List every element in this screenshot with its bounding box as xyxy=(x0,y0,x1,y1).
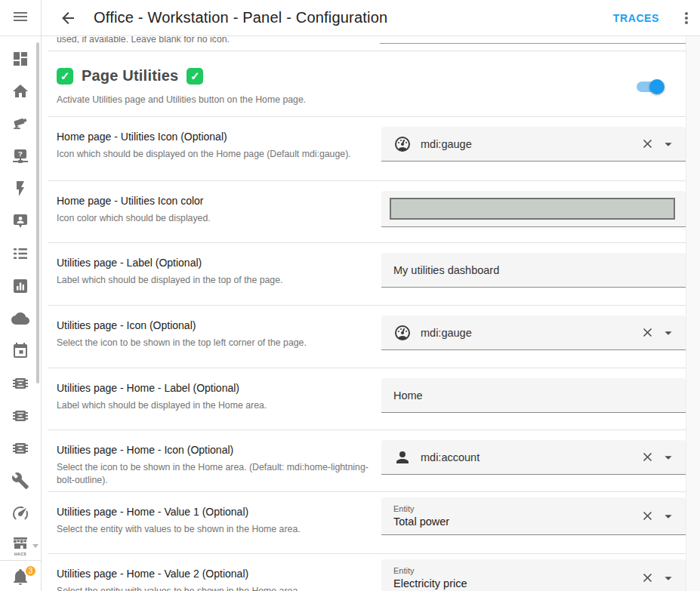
config-row: Utilities page - Home - Value 1 (Optiona… xyxy=(48,492,686,554)
sidebar-menu-button[interactable] xyxy=(0,0,41,36)
svg-text:?: ? xyxy=(18,149,23,158)
gauge-icon xyxy=(393,135,412,153)
account-icon xyxy=(393,448,412,466)
network-question-icon: ? xyxy=(11,147,29,168)
sidebar-item-home[interactable] xyxy=(0,76,41,109)
chevron-down-icon xyxy=(32,544,39,548)
sidebar-item-network[interactable]: ? xyxy=(0,141,41,174)
wrench-icon xyxy=(11,472,29,493)
entity-field-label: Entity xyxy=(393,504,449,513)
field-value: My utilities dashboard xyxy=(393,264,499,276)
utilities-page-icon-select[interactable]: mdi:gauge xyxy=(381,316,686,350)
sidebar-item-history[interactable] xyxy=(0,271,41,303)
sidebar-item-device-2[interactable] xyxy=(0,401,41,433)
hamburger-menu-icon xyxy=(11,8,29,29)
home-value2-entity-select[interactable]: Entity Electricity price xyxy=(381,559,686,591)
traces-button[interactable]: TRACES xyxy=(613,12,659,24)
sidebar-notifications[interactable]: 3 xyxy=(0,560,41,591)
row-label: Utilities page - Home - Value 2 (Optiona… xyxy=(57,568,381,580)
home-utilities-icon-select[interactable]: mdi:gauge xyxy=(381,127,686,162)
sidebar: ? xyxy=(0,0,42,591)
clear-icon[interactable] xyxy=(640,509,655,523)
field-value: mdi:account xyxy=(421,451,480,463)
home-icon-select[interactable]: mdi:account xyxy=(381,440,686,475)
chip-icon xyxy=(11,407,29,428)
field-value: Total power xyxy=(393,516,449,528)
clear-icon[interactable] xyxy=(640,325,655,340)
app-window: ? xyxy=(0,0,700,591)
row-label: Utilities page - Icon (Optional) xyxy=(57,319,381,331)
field-value: mdi:gauge xyxy=(421,327,472,339)
entity-field-label: Entity xyxy=(393,566,467,575)
clear-icon[interactable] xyxy=(640,571,655,585)
clear-icon[interactable] xyxy=(640,450,655,464)
chart-box-icon xyxy=(11,277,29,298)
icon-color-picker[interactable] xyxy=(381,191,686,227)
config-row-partial: used, if available. Leave blank for no i… xyxy=(48,36,686,51)
config-row: Home page - Utilities Icon color Icon co… xyxy=(48,181,686,243)
dropdown-arrow-icon[interactable] xyxy=(660,449,677,466)
sidebar-item-developer-tools[interactable] xyxy=(0,466,41,498)
home-icon xyxy=(11,82,29,103)
chip-icon xyxy=(11,374,29,396)
dropdown-arrow-icon[interactable] xyxy=(660,570,677,586)
dropdown-arrow-icon[interactable] xyxy=(660,136,677,152)
config-row: Utilities page - Label (Optional) Label … xyxy=(48,243,686,306)
section-title: Page Utilities xyxy=(82,67,178,85)
sidebar-item-device-1[interactable] xyxy=(0,368,41,401)
cloud-icon xyxy=(11,309,29,331)
config-row: Utilities page - Icon (Optional) Select … xyxy=(48,306,686,368)
field-value: Home xyxy=(393,389,423,402)
row-label: Home page - Utilities Icon (Optional) xyxy=(57,131,381,143)
sidebar-item-device-3[interactable] xyxy=(0,433,41,466)
color-swatch[interactable] xyxy=(390,198,675,220)
sidebar-item-dashboard[interactable] xyxy=(0,44,41,76)
toggle-thumb xyxy=(649,79,665,94)
row-label: Utilities page - Home - Label (Optional) xyxy=(57,382,381,394)
notification-badge: 3 xyxy=(24,565,37,577)
row-description: Label which should be displayed in the H… xyxy=(57,399,378,412)
config-row: Utilities page - Home - Value 2 (Optiona… xyxy=(48,554,686,591)
section-page-utilities: ✓ Page Utilities ✓ Activate Utilities pa… xyxy=(48,51,686,117)
sidebar-item-cameras[interactable] xyxy=(0,109,41,141)
bell-icon xyxy=(11,575,29,588)
row-description: Select the entity with values to be show… xyxy=(57,585,378,591)
sidebar-item-cloud[interactable] xyxy=(0,303,41,336)
main-scrollbar-track[interactable] xyxy=(686,36,700,591)
sidebar-item-calendar[interactable] xyxy=(0,336,41,368)
dropdown-arrow-icon[interactable] xyxy=(660,508,677,525)
row-label: Home page - Utilities Icon color xyxy=(57,195,381,207)
partial-description: used, if available. Leave blank for no i… xyxy=(57,36,230,51)
gauge-icon xyxy=(393,324,412,342)
sidebar-item-gauge-panel[interactable] xyxy=(0,498,41,531)
row-description: Select the icon to be shown in the top l… xyxy=(57,337,378,349)
main-area: Office - Workstation - Panel - Configura… xyxy=(42,0,700,591)
check-emoji-icon: ✓ xyxy=(187,68,203,85)
sidebar-item-energy[interactable] xyxy=(0,174,41,206)
field-value: mdi:gauge xyxy=(421,138,472,150)
utilities-label-input[interactable]: My utilities dashboard xyxy=(381,253,686,288)
page-utilities-toggle[interactable] xyxy=(637,82,662,92)
row-description: Icon color which should be displayed. xyxy=(57,212,378,225)
config-row: Utilities page - Home - Label (Optional)… xyxy=(48,368,686,430)
person-message-icon xyxy=(11,212,29,233)
config-form: used, if available. Leave blank for no i… xyxy=(42,36,700,591)
home-value1-entity-select[interactable]: Entity Total power xyxy=(381,497,686,535)
kebab-menu-button[interactable] xyxy=(677,9,695,27)
partial-input-underline xyxy=(380,43,686,44)
back-button[interactable] xyxy=(59,9,77,27)
page-title: Office - Workstation - Panel - Configura… xyxy=(94,9,387,26)
sidebar-item-person-panel[interactable] xyxy=(0,206,41,239)
calendar-icon xyxy=(11,342,29,363)
home-label-input[interactable]: Home xyxy=(381,378,686,413)
row-description: Label which should be displayed in the t… xyxy=(57,274,378,287)
clear-icon[interactable] xyxy=(640,137,655,151)
sidebar-item-hacs[interactable]: HACS xyxy=(0,531,41,563)
dropdown-arrow-icon[interactable] xyxy=(660,325,677,341)
todo-list-icon xyxy=(11,245,29,266)
config-row: Home page - Utilities Icon (Optional) Ic… xyxy=(48,117,686,181)
sidebar-scrollbar[interactable] xyxy=(36,42,39,383)
sidebar-item-todo-lists[interactable] xyxy=(0,239,41,271)
row-label: Utilities page - Label (Optional) xyxy=(57,257,381,269)
chip-icon xyxy=(11,439,29,460)
